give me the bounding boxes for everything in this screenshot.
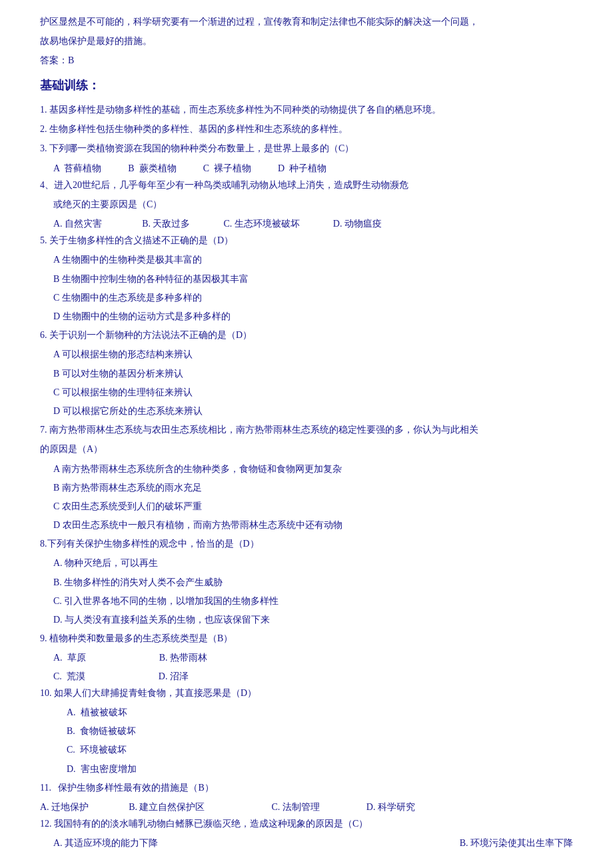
q5-opt-d: D 生物圈中的生物的运动方式是多种多样的 bbox=[53, 308, 573, 325]
question-11: 11. 保护生物多样性最有效的措施是（B） bbox=[40, 779, 573, 796]
q10-opt-d: D. 害虫密度增加 bbox=[67, 761, 573, 777]
q4-options: A. 自然灾害 B. 天敌过多 C. 生态环境被破坏 D. 动物瘟疫 bbox=[53, 215, 573, 232]
question-4a: 4、进入20世纪后，几乎每年至少有一种鸟类或哺乳动物从地球上消失，造成野生动物濒… bbox=[40, 177, 573, 193]
question-5: 5. 关于生物多样性的含义描述不正确的是（D） bbox=[40, 232, 573, 249]
q11-opt-c: C. 法制管理 bbox=[271, 799, 319, 815]
q6-opt-a: A 可以根据生物的形态结构来辨认 bbox=[53, 346, 573, 363]
question-2: 2. 生物多样性包括生物种类的多样性、基因的多样性和生态系统的多样性。 bbox=[40, 121, 573, 137]
question-3: 3. 下列哪一类植物资源在我国的物种种类分布数量上，是世界上最多的（C） bbox=[40, 140, 573, 157]
q8-opt-d: D. 与人类没有直接利益关系的生物，也应该保留下来 bbox=[53, 611, 573, 628]
q9-options: A. 草原 B. 热带雨林 C. 荒漠 D. 沼泽 bbox=[53, 649, 573, 684]
q4-opt-b: B. 天敌过多 bbox=[142, 215, 190, 232]
q8-opt-b: B. 生物多样性的消失对人类不会产生威胁 bbox=[53, 574, 573, 591]
question-9: 9. 植物种类和数量最多的生态系统类型是（B） bbox=[40, 630, 573, 647]
q3-options: A 苔藓植物 B 蕨类植物 C 裸子植物 D 种子植物 bbox=[53, 160, 573, 177]
q3-opt-c: C 裸子植物 bbox=[203, 160, 251, 177]
q8-opt-a: A. 物种灭绝后，可以再生 bbox=[53, 555, 573, 571]
q6-opt-c: C 可以根据生物的生理特征来辨认 bbox=[53, 384, 573, 401]
intro-text: 护区显然是不可能的，科学研究要有一个渐进的过程，宣传教育和制定法律也不能实际的解… bbox=[40, 13, 573, 49]
answer-line: 答案：B bbox=[40, 52, 573, 69]
q11-opt-d: D. 科学研究 bbox=[366, 799, 415, 815]
q3-opt-d: D 种子植物 bbox=[278, 160, 326, 177]
q8-opt-c: C. 引入世界各地不同的生物，以增加我国的生物多样性 bbox=[53, 593, 573, 609]
q12-opt-a: A. 其适应环境的能力下降 bbox=[53, 835, 158, 851]
q7-opt-c: C 农田生态系统受到人们的破坏严重 bbox=[53, 498, 573, 515]
q4-opt-d: D. 动物瘟疫 bbox=[333, 215, 382, 232]
question-12: 12. 我国特有的的淡水哺乳动物白鳍豚已濒临灭绝，造成这种现象的原因是（C） bbox=[40, 815, 573, 832]
section-title: 基础训练： bbox=[40, 75, 573, 96]
q9-opt-d: D. 沼泽 bbox=[159, 668, 189, 685]
question-7a: 7. 南方热带雨林生态系统与农田生态系统相比，南方热带雨林生态系统的稳定性要强的… bbox=[40, 421, 573, 438]
q6-opt-d: D 可以根据它所处的生态系统来辨认 bbox=[53, 403, 573, 419]
q4-opt-c: C. 生态环境被破坏 bbox=[223, 215, 299, 232]
q10-opt-c: C. 环境被破坏 bbox=[67, 741, 573, 758]
page-container: 护区显然是不可能的，科学研究要有一个渐进的过程，宣传教育和制定法律也不能实际的解… bbox=[40, 13, 573, 851]
q11-opt-a: A. 迁地保护 bbox=[40, 799, 89, 815]
q9-opt-a: A. 草原 bbox=[53, 649, 86, 666]
q5-opt-a: A 生物圈中的生物种类是极其丰富的 bbox=[53, 251, 573, 268]
q9-opt-b: B. 热带雨林 bbox=[159, 649, 207, 666]
q3-opt-b: B 蕨类植物 bbox=[128, 160, 176, 177]
q7-opt-d: D 农田生态系统中一般只有植物，而南方热带雨林生态系统中还有动物 bbox=[53, 517, 573, 533]
q11-opt-b: B. 建立自然保护区 bbox=[129, 799, 205, 815]
question-1: 1. 基因多样性是动物多样性的基础，而生态系统多样性为不同种类的动物提供了各自的… bbox=[40, 101, 573, 118]
question-6: 6. 关于识别一个新物种的方法说法不正确的是（D） bbox=[40, 327, 573, 343]
q12-opts: A. 其适应环境的能力下降 B. 环境污染使其出生率下降 bbox=[53, 835, 573, 851]
q3-opt-a: A 苔藓植物 bbox=[53, 160, 101, 177]
q10-opt-b: B. 食物链被破坏 bbox=[67, 723, 573, 739]
q7-opt-a: A 南方热带雨林生态系统所含的生物种类多，食物链和食物网更加复杂 bbox=[53, 461, 573, 477]
q5-opt-c: C 生物圈中的生态系统是多种多样的 bbox=[53, 289, 573, 306]
q11-options: A. 迁地保护 B. 建立自然保护区 C. 法制管理 D. 科学研究 bbox=[40, 799, 573, 815]
q7-opt-b: B 南方热带雨林生态系统的雨水充足 bbox=[53, 479, 573, 496]
questions-container: 1. 基因多样性是动物多样性的基础，而生态系统多样性为不同种类的动物提供了各自的… bbox=[40, 101, 573, 852]
question-7b: 的原因是（A） bbox=[40, 441, 573, 457]
q9-opt-c: C. 荒漠 bbox=[53, 668, 85, 685]
question-4b: 或绝灭的主要原因是（C） bbox=[53, 196, 573, 213]
q4-opt-a: A. 自然灾害 bbox=[53, 215, 102, 232]
q12-opt-b: B. 环境污染使其出生率下降 bbox=[460, 835, 573, 851]
q5-opt-b: B 生物圈中控制生物的各种特征的基因极其丰富 bbox=[53, 271, 573, 287]
question-10: 10. 如果人们大肆捕捉青蛙食物，其直接恶果是（D） bbox=[40, 685, 573, 701]
q10-opt-a: A. 植被被破坏 bbox=[67, 704, 573, 721]
question-8: 8.下列有关保护生物多样性的观念中，恰当的是（D） bbox=[40, 535, 573, 552]
q6-opt-b: B 可以对生物的基因分析来辨认 bbox=[53, 365, 573, 382]
